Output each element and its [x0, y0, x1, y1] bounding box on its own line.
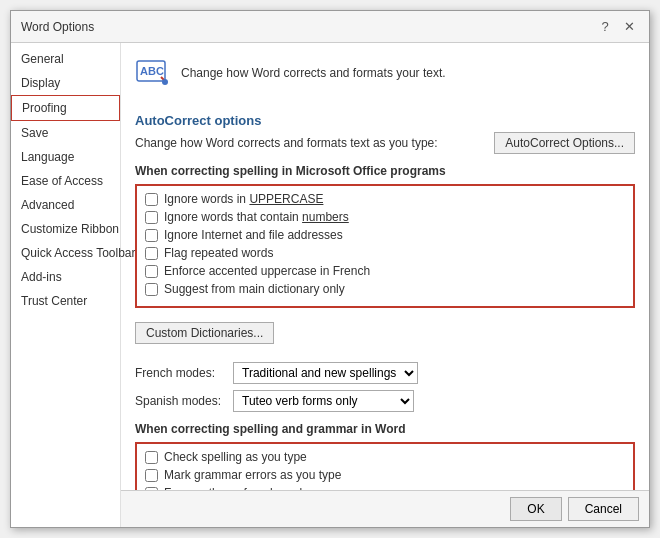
- suggest-main-label: Suggest from main dictionary only: [164, 282, 345, 296]
- title-bar: Word Options ? ✕: [11, 11, 649, 43]
- abc-proofing-icon: ABC: [135, 55, 171, 91]
- sidebar-item-display[interactable]: Display: [11, 71, 120, 95]
- spanish-mode-row: Spanish modes: Tuteo verb forms only Tut…: [135, 390, 635, 412]
- svg-text:ABC: ABC: [140, 65, 164, 77]
- autocorrect-row: Change how Word corrects and formats tex…: [135, 132, 635, 154]
- autocorrect-options-button[interactable]: AutoCorrect Options...: [494, 132, 635, 154]
- header-description: Change how Word corrects and formats you…: [181, 66, 446, 80]
- checkbox-suggest-main: Suggest from main dictionary only: [145, 282, 625, 296]
- checkbox-check-spelling: Check spelling as you type: [145, 450, 625, 464]
- ignore-numbers-checkbox[interactable]: [145, 211, 158, 224]
- main-content: ABC Change how Word corrects and formats…: [121, 43, 649, 527]
- spanish-modes-label: Spanish modes:: [135, 394, 225, 408]
- word-options-dialog: Word Options ? ✕ General Display Proofin…: [10, 10, 650, 528]
- checkbox-ignore-numbers: Ignore words that contain numbers: [145, 210, 625, 224]
- mark-grammar-label: Mark grammar errors as you type: [164, 468, 341, 482]
- sidebar-item-quick-access-toolbar[interactable]: Quick Access Toolbar: [11, 241, 120, 265]
- checkbox-ignore-uppercase: Ignore words in UPPERCASE: [145, 192, 625, 206]
- french-modes-select[interactable]: Traditional and new spellings Traditiona…: [233, 362, 418, 384]
- ignore-uppercase-label: Ignore words in UPPERCASE: [164, 192, 323, 206]
- ms-office-group-label: When correcting spelling in Microsoft Of…: [135, 164, 635, 178]
- spanish-modes-select[interactable]: Tuteo verb forms only Tuteo and Voseo ve…: [233, 390, 414, 412]
- french-mode-row: French modes: Traditional and new spelli…: [135, 362, 635, 384]
- content-area: ABC Change how Word corrects and formats…: [121, 43, 649, 490]
- ignore-numbers-label: Ignore words that contain numbers: [164, 210, 349, 224]
- ok-button[interactable]: OK: [510, 497, 561, 521]
- checkbox-flag-repeated: Flag repeated words: [145, 246, 625, 260]
- enforce-accented-label: Enforce accented uppercase in French: [164, 264, 370, 278]
- sidebar-item-customize-ribbon[interactable]: Customize Ribbon: [11, 217, 120, 241]
- mark-grammar-checkbox[interactable]: [145, 469, 158, 482]
- svg-point-2: [162, 79, 168, 85]
- close-button[interactable]: ✕: [619, 17, 639, 37]
- checkbox-mark-grammar: Mark grammar errors as you type: [145, 468, 625, 482]
- sidebar-item-general[interactable]: General: [11, 47, 120, 71]
- help-button[interactable]: ?: [595, 17, 615, 37]
- sidebar-item-save[interactable]: Save: [11, 121, 120, 145]
- check-spelling-checkbox[interactable]: [145, 451, 158, 464]
- french-modes-label: French modes:: [135, 366, 225, 380]
- sidebar-item-trust-center[interactable]: Trust Center: [11, 289, 120, 313]
- flag-repeated-checkbox[interactable]: [145, 247, 158, 260]
- sidebar: General Display Proofing Save Language E…: [11, 43, 121, 527]
- dialog-title: Word Options: [21, 20, 94, 34]
- autocorrect-description: Change how Word corrects and formats tex…: [135, 136, 438, 150]
- dialog-body: General Display Proofing Save Language E…: [11, 43, 649, 527]
- ignore-uppercase-checkbox[interactable]: [145, 193, 158, 206]
- header-section: ABC Change how Word corrects and formats…: [135, 55, 635, 99]
- checkbox-ignore-internet: Ignore Internet and file addresses: [145, 228, 625, 242]
- word-grammar-checkboxes-group: Check spelling as you type Mark grammar …: [135, 442, 635, 490]
- dialog-footer: OK Cancel: [121, 490, 649, 527]
- sidebar-item-language[interactable]: Language: [11, 145, 120, 169]
- modes-section: French modes: Traditional and new spelli…: [135, 362, 635, 412]
- checkbox-enforce-accented: Enforce accented uppercase in French: [145, 264, 625, 278]
- word-grammar-group-label: When correcting spelling and grammar in …: [135, 422, 635, 436]
- ignore-internet-label: Ignore Internet and file addresses: [164, 228, 343, 242]
- enforce-accented-checkbox[interactable]: [145, 265, 158, 278]
- autocorrect-section-title: AutoCorrect options: [135, 113, 635, 128]
- custom-dictionaries-button[interactable]: Custom Dictionaries...: [135, 322, 274, 344]
- ms-office-checkboxes-group: Ignore words in UPPERCASE Ignore words t…: [135, 184, 635, 308]
- check-spelling-label: Check spelling as you type: [164, 450, 307, 464]
- sidebar-item-proofing[interactable]: Proofing: [11, 95, 120, 121]
- sidebar-item-add-ins[interactable]: Add-ins: [11, 265, 120, 289]
- sidebar-item-advanced[interactable]: Advanced: [11, 193, 120, 217]
- ignore-internet-checkbox[interactable]: [145, 229, 158, 242]
- flag-repeated-label: Flag repeated words: [164, 246, 273, 260]
- cancel-button[interactable]: Cancel: [568, 497, 639, 521]
- sidebar-item-ease-of-access[interactable]: Ease of Access: [11, 169, 120, 193]
- title-bar-buttons: ? ✕: [595, 17, 639, 37]
- suggest-main-checkbox[interactable]: [145, 283, 158, 296]
